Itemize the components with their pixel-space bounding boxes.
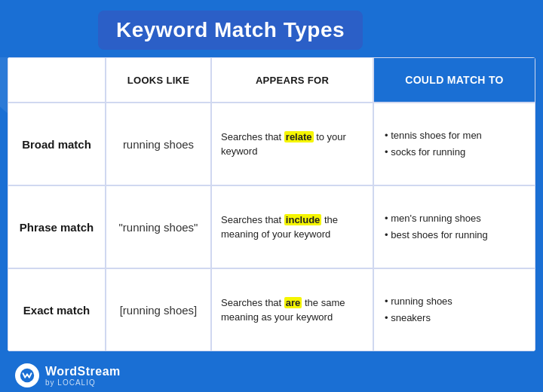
cell-broad-appears-for: Searches that relate to your keyword <box>211 103 373 185</box>
cell-exact-appears-for: Searches that are the same meaning as yo… <box>211 268 373 351</box>
col-header-could-match: COULD MATCH TO <box>373 57 535 103</box>
cell-phrase-could-match: men's running shoes best shoes for runni… <box>373 185 535 268</box>
footer-brand-text: WordStream by LOCALIQ <box>45 365 121 387</box>
header: Keyword Match Types <box>0 0 543 57</box>
title-box: Keyword Match Types <box>98 11 363 50</box>
cell-broad-could-match: tennis shoes for men socks for running <box>373 103 535 185</box>
row-header-phrase: Phrase match <box>8 185 106 268</box>
col-header-looks-like: LOOKS LIKE <box>106 57 211 103</box>
footer-logo: WordStream by LOCALIQ <box>15 363 121 387</box>
col-header-appears-for: APPEARS FOR <box>211 57 373 103</box>
cell-phrase-appears-for: Searches that include the meaning of you… <box>211 185 373 268</box>
cell-exact-could-match: running shoes sneakers <box>373 268 535 351</box>
cell-broad-looks-like: running shoes <box>106 103 211 185</box>
row-header-exact: Exact match <box>8 268 106 351</box>
page-title: Keyword Match Types <box>116 18 345 42</box>
main-table: LOOKS LIKE APPEARS FOR COULD MATCH TO Br… <box>8 57 535 351</box>
logo-circle <box>15 363 39 387</box>
cell-exact-looks-like: [running shoes] <box>106 268 211 351</box>
wordstream-logo-icon <box>19 367 35 384</box>
row-header-broad: Broad match <box>8 103 106 185</box>
footer: WordStream by LOCALIQ <box>0 359 543 392</box>
svg-point-0 <box>20 369 34 382</box>
col-header-empty <box>8 57 106 103</box>
cell-phrase-looks-like: "running shoes" <box>106 185 211 268</box>
page-container: Keyword Match Types LOOKS LIKE APPEARS F… <box>0 0 543 392</box>
